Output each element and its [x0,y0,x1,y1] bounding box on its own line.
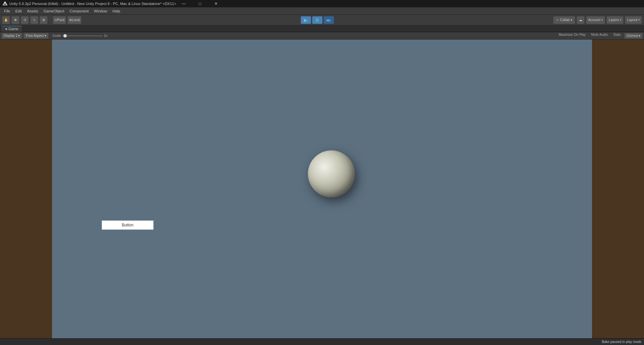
scale-tool-button[interactable]: ⤡ [30,16,38,24]
account-dropdown[interactable]: Account ▾ [586,16,605,24]
rotate-tool-button[interactable]: ↺ [21,16,29,24]
layers-dropdown[interactable]: Layers ▾ [606,16,624,24]
pivot-icon: ⊙ [54,18,57,22]
unity-logo-icon [3,1,7,6]
aspect-arrow-icon: ▾ [45,34,46,38]
layers-dropdown-arrow: ▾ [620,18,621,21]
scale-slider[interactable] [62,35,103,37]
step-button[interactable]: ⏭ [323,16,334,24]
close-button[interactable]: ✕ [208,0,224,7]
collab-check-icon: ✓ [556,18,559,22]
account-label: Account [588,18,600,22]
pause-button[interactable]: ⏸ [312,16,323,24]
right-panel [592,40,644,338]
bake-status: Bake paused in play mode [602,340,641,344]
menu-component[interactable]: Component [67,8,91,14]
menu-bar: File Edit Assets GameObject Component Wi… [0,7,644,15]
mute-audio-button[interactable]: Mute Audio [589,33,610,39]
sphere-container [308,150,355,197]
maximize-button[interactable]: □ [192,0,208,7]
window-controls: — □ ✕ [176,0,224,7]
playmode-controls: ▶ ⏸ ⏭ [83,16,552,24]
hand-tool-button[interactable]: ✋ [2,16,10,24]
menu-gameobject[interactable]: GameObject [41,8,67,14]
scale-thumb[interactable] [63,34,67,38]
gizmos-label: Gizmos [627,34,638,38]
game-tab-label: Game [8,27,18,31]
3d-sphere [308,150,355,197]
toolbar-separator-1 [50,16,50,24]
menu-edit[interactable]: Edit [13,8,24,14]
display-dropdown[interactable]: Display 1 ▾ [1,33,22,39]
toolbar: ✋ ✥ ↺ ⤡ ⊞ ⊙ Pivot ⊕ Local ▶ ⏸ ⏭ ✓ Collab… [0,15,644,25]
play-button[interactable]: ▶ [301,16,311,24]
status-bar: Bake paused in play mode [0,338,644,345]
rect-tool-button[interactable]: ⊞ [40,16,48,24]
game-tabs: ◀ Game [0,25,644,32]
local-icon: ⊕ [69,18,72,22]
aspect-dropdown[interactable]: Free Aspect ▾ [23,33,48,39]
left-panel [0,40,52,338]
game-toolbar: Display 1 ▾ Free Aspect ▾ Scale 1x Maxim… [0,32,644,40]
display-arrow-icon: ▾ [18,34,20,38]
maximize-on-play-button[interactable]: Maximize On Play [557,33,588,39]
stats-button[interactable]: Stats [611,33,623,39]
game-tab[interactable]: ◀ Game [1,26,22,32]
gizmos-arrow-icon: ▾ [639,34,640,38]
layout-dropdown-arrow: ▾ [638,18,640,21]
main-layout: Button [0,40,644,338]
menu-help[interactable]: Help [110,8,123,14]
title-text: Unity 5.6.3p2 Personal (64bit) - Untitle… [9,2,176,6]
layout-label: Layout [627,18,637,22]
title-bar: Unity 5.6.3p2 Personal (64bit) - Untitle… [0,0,644,7]
display-label: Display 1 [4,34,17,38]
game-toolbar-right: Maximize On Play Mute Audio Stats Gizmos… [557,33,643,39]
ui-button-label: Button [122,223,133,227]
scale-area: Scale 1x [53,34,108,38]
move-tool-button[interactable]: ✥ [11,16,19,24]
toolbar-right: ✓ Collab ▾ ☁ Account ▾ Layers ▾ Layout ▾ [553,16,642,24]
menu-window[interactable]: Window [91,8,110,14]
layers-label: Layers [609,18,619,22]
account-dropdown-arrow: ▾ [601,18,603,21]
minimize-button[interactable]: — [176,0,192,7]
pivot-button[interactable]: ⊙ Pivot [53,16,66,24]
scale-value: 1x [104,34,108,38]
local-label: Local [72,18,80,22]
local-button[interactable]: ⊕ Local [67,16,82,24]
layout-dropdown[interactable]: Layout ▾ [625,16,642,24]
collab-label: Collab ▾ [560,18,572,22]
ui-button[interactable]: Button [102,220,154,230]
cloud-button[interactable]: ☁ [577,16,585,24]
pivot-label: Pivot [57,18,64,22]
collab-button[interactable]: ✓ Collab ▾ [553,16,575,24]
scale-label: Scale [53,34,61,38]
game-viewport: Button [52,40,592,338]
menu-assets[interactable]: Assets [24,8,41,14]
gizmos-dropdown[interactable]: Gizmos ▾ [624,33,643,39]
menu-file[interactable]: File [1,8,13,14]
game-tab-icon: ◀ [5,27,7,30]
aspect-label: Free Aspect [26,34,44,38]
